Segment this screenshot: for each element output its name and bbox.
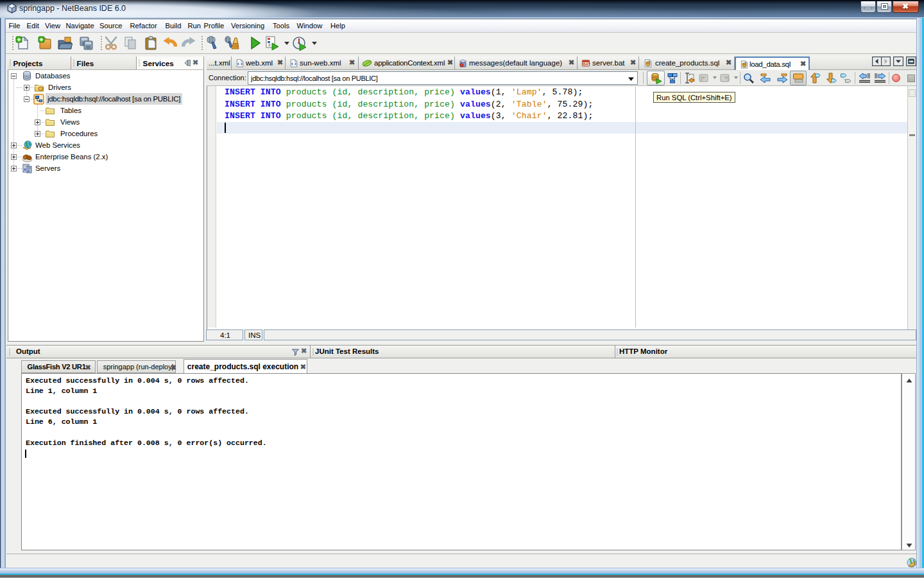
svg-text:BAT: BAT — [583, 62, 590, 66]
